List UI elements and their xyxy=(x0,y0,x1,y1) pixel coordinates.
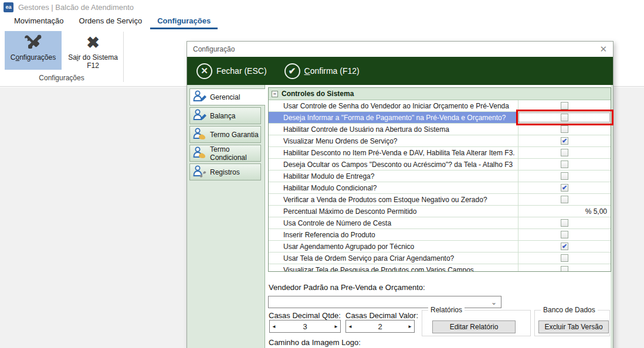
excluir-tab-versao-button[interactable]: Excluir Tab Versão xyxy=(538,320,609,333)
grid-row-label: Usar Tela de Ordem Serviço para Criar Ag… xyxy=(269,253,518,264)
checkbox[interactable]: ✔ xyxy=(561,184,568,192)
checkbox[interactable] xyxy=(561,149,568,156)
sidebar-tab-gerencial[interactable]: Gerencial xyxy=(189,88,265,105)
grid-row-checkbox-cell[interactable] xyxy=(518,159,611,170)
vendedor-padrao-combobox[interactable]: ⌄ xyxy=(268,296,501,308)
app-titlebar: ea Gestores | Balcão de Atendimento xyxy=(0,0,644,14)
dialog-body: GerencialBalançaTermo GarantiaTermo Cond… xyxy=(187,85,613,348)
checkbox[interactable] xyxy=(561,196,568,203)
check-circle-icon: ✔ xyxy=(284,63,300,79)
checkbox[interactable]: ✔ xyxy=(561,137,568,145)
grid-row-label: Percentual Máximo de Desconto Permitido xyxy=(269,206,518,217)
grid-row-checkbox-cell[interactable] xyxy=(518,100,611,111)
checkbox[interactable]: ✔ xyxy=(561,243,568,250)
fechar-button-label: Fechar (ESC) xyxy=(216,66,267,76)
grid-row-checkbox-cell[interactable] xyxy=(518,170,611,182)
configuracoes-button[interactable]: Configurações xyxy=(5,31,62,70)
grid-row[interactable]: Verificar a Venda de Produtos com Estoqu… xyxy=(269,194,611,206)
grid-row[interactable]: Usar Agendamento Agrupado por Técnico✔ xyxy=(269,241,611,253)
exit-x-icon: ✖ xyxy=(86,32,100,53)
grid-row[interactable]: Habilitar Desconto no Item Pré-Venda e D… xyxy=(269,147,611,159)
checkbox[interactable] xyxy=(561,125,568,133)
grid-row[interactable]: Deseja Ocultar os Campos "Desconto ou Ac… xyxy=(269,159,611,170)
vendedor-padrao-label: Vendedor Padrão na Pre-Venda e Orçamento… xyxy=(269,283,425,292)
ribbon-separator xyxy=(123,32,124,82)
grid-row-checkbox-cell[interactable] xyxy=(518,194,611,205)
confirma-button-label: Confirma (F12) xyxy=(304,66,360,76)
checkbox[interactable] xyxy=(561,102,568,110)
casas-decimal-qtde-stepper[interactable]: ◄ 3 ► xyxy=(269,320,341,333)
dialog-close-icon[interactable]: ✕ xyxy=(599,44,607,54)
collapse-icon[interactable]: − xyxy=(272,91,278,97)
grid-row-checkbox-cell[interactable] xyxy=(518,264,611,272)
casas-decimal-valor-value: 2 xyxy=(354,322,406,331)
grid-row-checkbox-cell[interactable]: ✔ xyxy=(518,241,611,252)
spin-right-icon[interactable]: ► xyxy=(406,324,414,329)
grid-row-checkbox-cell[interactable] xyxy=(518,124,611,135)
grid-row[interactable]: Visualizar Tela de Pesquisa de Produtos … xyxy=(269,264,611,272)
sidebar-tab-label: Gerencial xyxy=(210,93,240,101)
checkbox[interactable] xyxy=(561,231,568,238)
checkbox[interactable] xyxy=(561,254,568,262)
grid-row-checkbox-cell[interactable]: ✔ xyxy=(518,182,611,193)
casas-decimal-valor-label: Casas Decimal Valor: xyxy=(345,311,418,320)
grid-row-value-cell[interactable]: % 5,00 xyxy=(518,206,611,217)
grid-row-value-text: % 5,00 xyxy=(518,207,611,216)
person-hand-icon xyxy=(192,146,206,161)
grid-row-checkbox-cell[interactable] xyxy=(518,147,611,158)
grid-row-checkbox-cell[interactable] xyxy=(518,229,611,240)
spin-left-icon[interactable]: ◄ xyxy=(270,324,278,329)
person-pencil-icon xyxy=(192,90,206,104)
grid-row[interactable]: Percentual Máximo de Desconto Permitido%… xyxy=(269,206,611,217)
main-tab-strip: MovimentaçãoOrdens de ServiçoConfiguraçõ… xyxy=(0,14,644,29)
checkbox[interactable] xyxy=(561,161,568,168)
sidebar-tab-termo-garantia[interactable]: Termo Garantia xyxy=(189,126,261,143)
sidebar-tab-label: Registros xyxy=(210,168,240,176)
dialog-title: Configuração xyxy=(193,45,235,53)
tab-movimentac-a-o[interactable]: Movimentação xyxy=(7,14,71,29)
grid-row[interactable]: Usar Controle de Senha do Vendedor ao In… xyxy=(269,100,611,112)
sidebar-tab-registros[interactable]: Registros xyxy=(189,163,261,180)
casas-decimal-qtde-label: Casas Decimal Qtde: xyxy=(269,311,341,320)
editar-relatorio-button[interactable]: Editar Relatório xyxy=(432,320,516,333)
sair-button-label: Sair do Sistema F12 xyxy=(68,53,118,70)
sidebar-tab-balanc-a[interactable]: Balança xyxy=(189,107,261,124)
sair-do-sistema-button[interactable]: ✖ Sair do Sistema F12 xyxy=(65,31,121,70)
grid-row-label: Visualizar Tela de Pesquisa de Produtos … xyxy=(269,264,518,272)
confirma-button[interactable]: ✔ Confirma (F12) xyxy=(284,63,360,79)
grid-row[interactable]: Habilitar Modulo de Entrega? xyxy=(269,170,611,182)
grid-group-header[interactable]: − Controles do Sistema xyxy=(269,88,611,100)
settings-grid: − Controles do Sistema Usar Controle de … xyxy=(268,87,611,272)
grid-row-checkbox-cell[interactable] xyxy=(518,217,611,228)
checkbox[interactable] xyxy=(561,172,568,180)
checkbox[interactable] xyxy=(561,219,568,227)
grid-row[interactable]: Usa Controle de Número de Cesta xyxy=(269,217,611,229)
grid-row[interactable]: Visualizar Menu Ordens de Serviço?✔ xyxy=(269,135,611,147)
grid-row[interactable]: Habilitar Modulo Condicional?✔ xyxy=(269,182,611,194)
grid-row-label: Verificar a Venda de Produtos com Estoqu… xyxy=(269,194,518,205)
sidebar-tab-label: Balança xyxy=(210,112,235,120)
grid-row[interactable]: Usar Tela de Ordem Serviço para Criar Ag… xyxy=(269,253,611,264)
grid-rows: Usar Controle de Senha do Vendedor ao In… xyxy=(269,100,611,272)
grid-row-checkbox-cell[interactable] xyxy=(518,253,611,264)
banco-de-dados-legend: Banco de Dados xyxy=(541,306,598,314)
sidebar-tab-termo-condicional[interactable]: Termo Condicional xyxy=(189,145,261,162)
spin-left-icon[interactable]: ◄ xyxy=(346,324,354,329)
tab-configurac-o-es[interactable]: Configurações xyxy=(150,14,218,29)
grid-row-checkbox-cell[interactable] xyxy=(518,112,611,123)
grid-row-checkbox-cell[interactable]: ✔ xyxy=(518,135,611,146)
casas-decimal-valor-stepper[interactable]: ◄ 2 ► xyxy=(345,320,415,333)
checkbox[interactable] xyxy=(561,266,568,272)
grid-row-label: Habilitar Modulo Condicional? xyxy=(269,182,518,193)
spin-right-icon[interactable]: ► xyxy=(332,324,340,329)
tab-ordens-de-servic-o[interactable]: Ordens de Serviço xyxy=(72,14,150,29)
dialog-titlebar[interactable]: Configuração ✕ xyxy=(187,42,613,57)
dialog-toolbar: ✕ Fechar (ESC) ✔ Confirma (F12) xyxy=(187,57,613,85)
fechar-button[interactable]: ✕ Fechar (ESC) xyxy=(196,63,267,79)
grid-row[interactable]: Habilitar Controle de Usuário na Abertur… xyxy=(269,124,611,135)
person-pencil-icon xyxy=(192,108,206,123)
grid-row[interactable]: Deseja Informar a "Forma de Pagamento" n… xyxy=(269,112,611,124)
grid-row[interactable]: Inserir Referencia do Produto xyxy=(269,229,611,241)
chevron-down-icon[interactable]: ⌄ xyxy=(491,298,501,306)
checkbox[interactable] xyxy=(561,114,568,121)
